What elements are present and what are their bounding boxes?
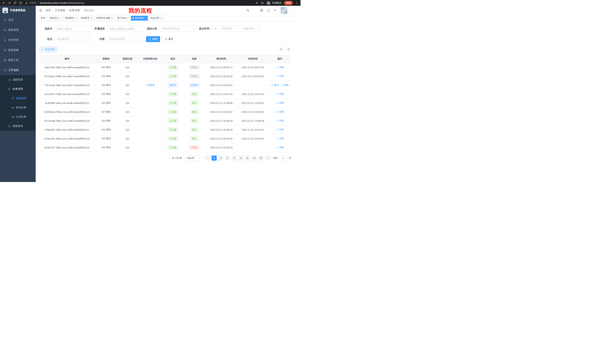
cell-current-task [138, 90, 163, 98]
incognito-profile-chip[interactable]: 无痕模式 [267, 1, 281, 5]
home-icon[interactable] [19, 1, 22, 4]
tab-user-group[interactable]: 用户分组× [115, 16, 130, 21]
browser-menu-icon[interactable] [295, 1, 298, 4]
reload-icon[interactable] [13, 1, 17, 4]
close-icon[interactable]: × [91, 17, 92, 19]
status-select[interactable]: 请选择状态 [55, 36, 92, 42]
detail-link[interactable]: 详情 [276, 101, 284, 105]
process-definition-input[interactable] [107, 26, 144, 32]
page-6-button[interactable]: 6 [245, 155, 250, 161]
process-name-input[interactable] [55, 26, 92, 32]
help-icon[interactable] [260, 9, 263, 12]
detail-link[interactable]: 详情 [276, 75, 284, 78]
refresh-table-button[interactable] [286, 47, 291, 52]
sidebar-item-process-management[interactable]: 流程管理 [0, 75, 36, 84]
cell-result: 处理中 [183, 81, 206, 90]
address-bar[interactable]: 不安全 dashboard.yudao.iocoder.cn/bpm/task/… [25, 1, 253, 5]
sidebar-item-todo-task[interactable]: 待办任务 [0, 103, 36, 112]
forward-icon[interactable] [8, 1, 11, 4]
tab-process-form[interactable]: 流程表单× [79, 16, 94, 21]
sidebar-item-done-task[interactable]: 已办任务 [0, 112, 36, 122]
fullscreen-icon[interactable] [267, 9, 270, 12]
collapse-sidebar-icon[interactable] [39, 9, 42, 12]
breadcrumb-item[interactable]: 首页 [46, 9, 51, 12]
star-icon[interactable] [261, 1, 264, 4]
more-pages-button[interactable]: ••• [252, 155, 257, 161]
cell-end-time: 2022-01-22 23:46:09 [237, 116, 269, 125]
tab-start-process[interactable]: 发起流程× [149, 16, 163, 21]
search-icon[interactable] [246, 9, 250, 12]
detail-link[interactable]: 详情 [276, 128, 284, 131]
result-select[interactable]: 请选择流结果 [107, 36, 144, 42]
back-icon[interactable] [2, 1, 5, 4]
sidebar-item-payment[interactable]: 支付管理 [0, 35, 36, 45]
sidebar-item-home[interactable]: 首页 [0, 15, 36, 25]
current-task-link[interactable]: 一级审批 [145, 84, 155, 87]
search-button[interactable]: 搜索 [146, 36, 160, 42]
close-icon[interactable]: × [60, 17, 61, 19]
detail-link[interactable]: 详情 [281, 84, 289, 87]
category-select[interactable]: 请选择流程分类 [159, 26, 197, 32]
page-1-button[interactable]: 1 [211, 155, 217, 161]
sidebar-item-system[interactable]: 系统管理 [0, 25, 36, 35]
fontsize-icon[interactable]: TT [274, 9, 277, 12]
detail-link[interactable]: 详情 [276, 119, 284, 123]
detail-link[interactable]: 详情 [276, 66, 284, 69]
tab-my-process[interactable]: 我的流程× [131, 16, 148, 21]
start-process-button[interactable]: 发起流程 [39, 47, 57, 52]
breadcrumb-item[interactable]: 工作流程 [55, 9, 65, 12]
page-2-button[interactable]: 2 [218, 155, 223, 161]
sidebar-item-workflow[interactable]: 工作流程 [0, 65, 36, 75]
chevron-down-icon [140, 38, 142, 40]
previous-page-button[interactable] [205, 155, 210, 161]
reset-button[interactable]: 重置 [162, 36, 176, 42]
page-size-select[interactable]: 10条/页 [185, 155, 202, 161]
sidebar-item-infrastructure[interactable]: 基础设施 [0, 45, 36, 55]
close-icon[interactable]: × [111, 17, 113, 19]
category-label: 流程分类 [144, 27, 157, 30]
close-icon[interactable]: × [127, 17, 128, 19]
incognito-avatar [267, 1, 270, 5]
cancel-link[interactable]: 取消 [271, 84, 279, 87]
detail-label: 详情 [279, 146, 284, 149]
sidebar-item-devtools[interactable]: 研发工具 [0, 55, 36, 65]
page-4-button[interactable]: 4 [232, 155, 237, 161]
page-5-button[interactable]: 5 [238, 155, 243, 161]
result-badge: 通过 [190, 92, 198, 96]
security-label[interactable]: 不安全 [29, 1, 37, 5]
close-icon[interactable]: × [75, 17, 76, 19]
sidebar-item-leave-query[interactable]: 请假查询 [0, 122, 36, 131]
breadcrumb-item[interactable]: 任务管理 [69, 9, 80, 12]
cell-category: OA [117, 134, 137, 143]
close-icon[interactable]: × [145, 17, 146, 19]
navbar-right: TT [246, 7, 291, 14]
page-11-button[interactable]: 11 [258, 155, 263, 161]
detail-link[interactable]: 详情 [276, 110, 284, 114]
next-page-button[interactable] [265, 155, 270, 161]
goto-page-input[interactable] [280, 155, 287, 161]
sidebar-item-my-process[interactable]: 我的流程 [0, 94, 36, 103]
app-logo[interactable]: 芋道管理系统 [0, 6, 36, 15]
tab-home[interactable]: 首页 [39, 16, 47, 21]
avatar[interactable] [281, 7, 287, 14]
key-icon[interactable] [255, 1, 258, 4]
github-icon[interactable] [253, 9, 256, 12]
sidebar-item-label: 任务管理 [12, 87, 23, 91]
submit-time-range-picker[interactable]: 开始日期 - 结束日期 [212, 26, 260, 32]
tab-process-definition[interactable]: 流程定义× [48, 16, 62, 21]
table-row: ec45f38f-7b9a-11ec-b03b-acde48001122OA 请… [39, 98, 291, 107]
sidebar-item-task-management[interactable]: 任务管理 [0, 84, 36, 94]
breadcrumb-separator: / [81, 9, 82, 12]
update-button[interactable]: 更新 [284, 1, 293, 5]
toggle-search-button[interactable] [278, 47, 284, 52]
tab-process-model[interactable]: 流程模型× [63, 16, 78, 21]
close-icon[interactable]: × [160, 17, 162, 19]
detail-link[interactable]: 详情 [276, 92, 284, 96]
avatar-caret-icon[interactable] [289, 9, 291, 11]
result-placeholder: 请选择流结果 [109, 38, 125, 41]
detail-link[interactable]: 详情 [276, 146, 284, 149]
detail-link[interactable]: 详情 [276, 137, 284, 140]
tab-process-form-edit[interactable]: 流程表单-编辑× [95, 16, 114, 21]
page-3-button[interactable]: 3 [225, 155, 230, 161]
sidebar-item-label: 系统管理 [8, 29, 19, 32]
